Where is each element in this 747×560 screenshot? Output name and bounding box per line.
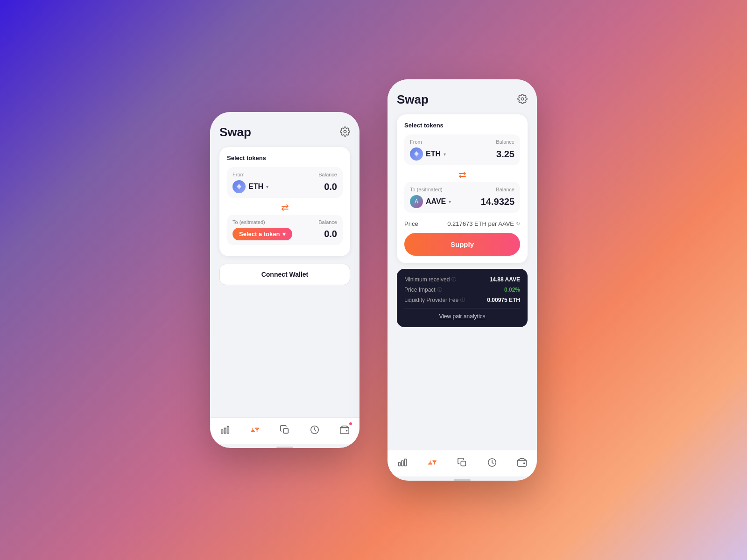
right-nav-indicator [454, 479, 471, 481]
info-icon-2: ⓘ [437, 287, 442, 293]
left-phone: Swap Select tokens From Balance [210, 112, 359, 448]
right-to-label: To (esitmated) [410, 187, 443, 192]
price-impact-label: Price Impact ⓘ [404, 287, 442, 293]
svg-rect-9 [340, 427, 349, 434]
right-settings-button[interactable] [517, 94, 528, 106]
right-select-tokens-label: Select tokens [404, 122, 520, 129]
wallet-dot-badge [349, 422, 352, 425]
left-from-token-name: ETH [248, 182, 263, 191]
connect-wallet-button[interactable]: Connect Wallet [219, 264, 350, 285]
right-from-amount: 3.25 [496, 149, 514, 160]
min-received-value: 14.88 AAVE [490, 276, 520, 283]
left-select-tokens-label: Select tokens [227, 154, 343, 161]
left-nav-chart[interactable] [218, 423, 232, 436]
right-to-chevron: ▾ [449, 199, 451, 204]
info-panel: Minimum received ⓘ 14.88 AAVE Price Impa… [397, 269, 528, 327]
right-price-row: Price 0.217673 ETH per AAVE ↻ [404, 217, 520, 229]
view-pair-analytics-link[interactable]: View pair analytics [404, 313, 520, 320]
svg-point-21 [524, 463, 525, 464]
left-nav-clock[interactable] [308, 423, 321, 436]
right-to-box: To (esitmated) Balance A AAVE ▾ 14.9325 [404, 182, 520, 213]
aave-icon: A [410, 195, 423, 208]
left-title: Swap [219, 125, 251, 140]
min-received-row: Minimum received ⓘ 14.88 AAVE [404, 276, 520, 283]
price-impact-row: Price Impact ⓘ 0.02% [404, 287, 520, 293]
left-header: Swap [219, 125, 350, 140]
right-to-token-name: AAVE [426, 197, 446, 206]
left-nav-copy[interactable] [278, 423, 291, 436]
right-nav-swap[interactable] [426, 456, 439, 469]
left-nav-indicator [276, 447, 293, 448]
right-from-token-selector[interactable]: ETH ▾ [410, 147, 446, 161]
svg-rect-6 [227, 427, 229, 434]
left-to-box: To (esitmated) Balance Select a token ▾ … [227, 215, 343, 245]
svg-rect-15 [399, 462, 401, 466]
right-header: Swap [397, 92, 528, 107]
svg-rect-7 [283, 428, 288, 433]
left-tokens-card: Select tokens From Balance [219, 147, 350, 256]
info-icon-3: ⓘ [460, 297, 465, 303]
right-nav-clock[interactable] [486, 456, 499, 469]
right-nav-copy[interactable] [456, 456, 469, 469]
right-from-chevron: ▾ [444, 152, 446, 157]
left-select-token-button[interactable]: Select a token ▾ [233, 228, 292, 240]
price-impact-value: 0.02% [504, 287, 520, 293]
right-tokens-card: Select tokens From Balance [397, 114, 528, 263]
left-nav-swap[interactable] [248, 423, 261, 436]
right-phone: Swap Select tokens From Balance [388, 79, 537, 481]
right-title: Swap [397, 92, 429, 107]
svg-rect-18 [461, 461, 465, 466]
left-swap-button[interactable]: ⇄ [281, 202, 289, 213]
supply-button[interactable]: Supply [404, 233, 520, 256]
right-to-token-selector[interactable]: A AAVE ▾ [410, 195, 451, 208]
left-from-balance-label: Balance [318, 172, 337, 177]
left-to-label: To (esitmated) [233, 219, 265, 225]
refresh-icon[interactable]: ↻ [516, 221, 520, 227]
left-to-amount: 0.0 [324, 229, 337, 239]
right-from-balance-label: Balance [496, 139, 514, 145]
left-bottom-nav [210, 417, 359, 444]
right-to-balance-label: Balance [496, 187, 514, 192]
left-from-label: From [233, 172, 245, 177]
right-to-amount: 14.9325 [481, 196, 514, 207]
right-nav-chart[interactable] [396, 456, 409, 469]
left-from-amount: 0.0 [324, 182, 337, 192]
svg-rect-16 [402, 461, 403, 466]
right-swap-button[interactable]: ⇄ [458, 169, 466, 180]
left-swap-arrows-container: ⇄ [227, 202, 343, 213]
right-from-box: From Balance ETH ▾ [404, 134, 520, 165]
info-icon-1: ⓘ [451, 276, 456, 283]
eth-icon-right [410, 147, 423, 161]
left-settings-button[interactable] [340, 126, 350, 139]
left-from-token-selector[interactable]: ETH ▾ [233, 180, 268, 193]
left-nav-wallet[interactable] [338, 423, 351, 436]
liquidity-fee-row: Liquidity Provider Fee ⓘ 0.00975 ETH [404, 297, 520, 303]
svg-point-11 [521, 98, 524, 100]
liquidity-fee-value: 0.00975 ETH [487, 297, 520, 303]
left-from-box: From Balance ETH ▾ [227, 167, 343, 198]
left-from-chevron: ▾ [266, 184, 268, 189]
eth-icon-left [233, 180, 246, 193]
right-from-token-name: ETH [426, 150, 441, 158]
left-to-balance-label: Balance [318, 219, 337, 225]
right-swap-arrows-container: ⇄ [404, 169, 520, 180]
right-price-label: Price [404, 220, 418, 227]
right-nav-wallet[interactable] [515, 456, 529, 469]
right-from-label: From [410, 139, 422, 145]
right-price-value: 0.217673 ETH per AAVE ↻ [447, 220, 520, 227]
svg-point-0 [344, 130, 346, 133]
svg-rect-17 [405, 459, 407, 466]
right-bottom-nav [388, 450, 537, 476]
svg-rect-5 [224, 428, 226, 433]
info-divider [404, 308, 520, 308]
svg-rect-4 [221, 430, 223, 433]
svg-point-10 [346, 430, 347, 431]
svg-rect-20 [518, 460, 526, 466]
min-received-label: Minimum received ⓘ [404, 276, 456, 283]
liquidity-fee-label: Liquidity Provider Fee ⓘ [404, 297, 465, 303]
